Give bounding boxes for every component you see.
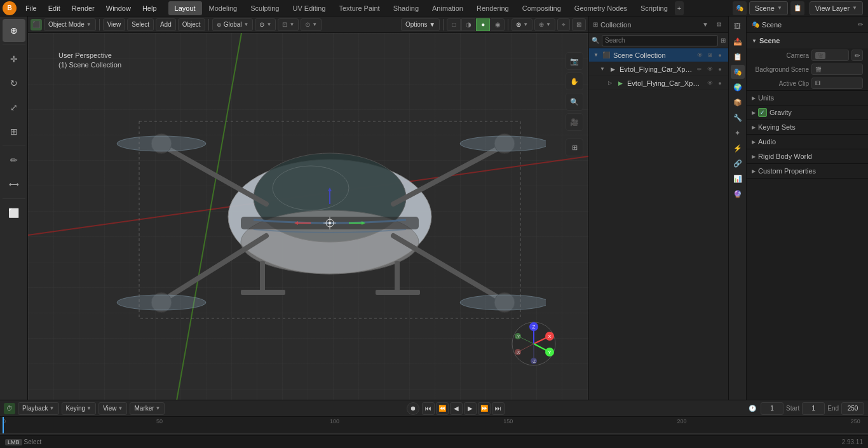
timeline-content[interactable]: 0 50 100 150 200 250 [0,417,868,435]
workspace-modeling[interactable]: Modeling [203,1,244,15]
tl-view-btn[interactable]: View ▼ [98,402,127,415]
units-section-header[interactable]: ▶ Units [747,91,868,105]
tool-add-cube[interactable]: ⬜ [3,201,25,224]
shading-material[interactable]: ● [476,18,490,31]
viewport-zoom-tool[interactable]: 🔍 [566,93,583,111]
outliner-scene-collection[interactable]: ▼ ⬛ Scene Collection 👁 🖥 ● [589,48,728,62]
props-object-icon[interactable]: 📦 [731,95,745,109]
tool-annotate[interactable]: ✏ [3,149,25,172]
outliner-item-1[interactable]: ▷ ▶ Evtol_Flying_Car_Xpeng_. 👁 ● [589,76,728,90]
viewport-3d-area[interactable]: User Perspective (1) Scene Collection [28,33,588,400]
tl-marker-btn[interactable]: Marker ▼ [130,402,165,415]
viewport-snap[interactable]: ⌖ [557,18,570,31]
audio-header[interactable]: ▶ Audio [747,135,868,149]
tree-arrow-scene[interactable]: ▼ [593,52,599,58]
workspace-sculpting[interactable]: Sculpting [244,1,285,15]
workspace-layout[interactable]: Layout [168,1,202,15]
scene-selector[interactable]: Scene ▼ [749,1,788,15]
overlay-toggle[interactable]: ⊛ ▼ [512,18,532,31]
shading-solid[interactable]: ◑ [461,18,475,31]
jump-end-btn[interactable]: ⏭ [492,402,505,415]
outliner-edit-icon-0[interactable]: ✏ [695,65,704,74]
props-material-icon[interactable]: 🔮 [731,187,745,201]
frame-end-input[interactable]: 250 [841,402,864,415]
active-clip-value[interactable]: 🎞 [811,78,863,89]
props-data-icon[interactable]: 📊 [731,172,745,186]
step-back-btn[interactable]: ⏪ [436,402,449,415]
outliner-eye-icon[interactable]: 👁 [695,51,704,60]
scene-icon-btn[interactable]: 🎭 [733,1,747,15]
gravity-checkbox[interactable]: ✓ [758,108,767,117]
menu-file[interactable]: File [20,1,42,15]
timeline-type-icon[interactable]: ⏱ [4,403,15,414]
props-scene-icon[interactable]: 🎭 [731,65,745,79]
navigation-gizmo[interactable]: X Y Z -X [510,320,558,368]
proportional-edit[interactable]: ⊙ ▼ [301,18,322,31]
tree-arrow-1[interactable]: ▷ [607,80,613,86]
viewport-camera-icon[interactable]: 📷 [566,52,583,70]
camera-value[interactable]: 🎥 [811,50,849,61]
workspace-geometry-nodes[interactable]: Geometry Nodes [568,1,634,15]
viewport-grid-icon[interactable]: ⊞ [566,139,583,156]
outliner-search-input[interactable] [602,35,718,46]
background-scene-value[interactable]: 🎬 [811,64,863,75]
viewlayer-selector[interactable]: View Layer ▼ [810,1,863,15]
keying-sets-header[interactable]: ▶ Keying Sets [747,120,868,134]
outliner-settings-btn[interactable]: ⚙ [713,19,724,31]
record-btn[interactable]: ⏺ [407,402,419,415]
outliner-item-0[interactable]: ▼ ▶ Evtol_Flying_Car_Xpeng_X2. ✏ 👁 ● [589,62,728,76]
menu-edit[interactable]: Edit [43,1,65,15]
viewport-hand-tool[interactable]: ✋ [566,72,583,90]
workspace-uv-editing[interactable]: UV Editing [286,1,332,15]
viewport-type-icon[interactable]: ⬛ [31,19,42,31]
props-viewlayer-icon[interactable]: 📋 [731,50,745,64]
menu-window[interactable]: Window [101,1,136,15]
tool-rotate[interactable]: ↻ [3,72,25,95]
add-menu[interactable]: Add [156,18,176,31]
workspace-scripting[interactable]: Scripting [634,1,674,15]
outliner-filter-btn[interactable]: ▼ [700,19,711,31]
jump-start-btn[interactable]: ⏮ [422,402,435,415]
object-menu[interactable]: Object [178,18,205,31]
workspace-texture-paint[interactable]: Texture Paint [332,1,386,15]
shading-render[interactable]: ◉ [491,18,505,31]
workspace-add[interactable]: + [675,1,684,15]
gizmo-toggle[interactable]: ⊕ ▼ [534,18,555,31]
tree-arrow-0[interactable]: ▼ [599,66,606,72]
props-render-icon[interactable]: 🖼 [731,19,745,33]
tool-move[interactable]: ✛ [3,48,25,71]
workspace-compositing[interactable]: Compositing [516,1,567,15]
tool-transform[interactable]: ⊞ [3,120,25,143]
props-output-icon[interactable]: 📤 [731,34,745,48]
tl-playback-btn[interactable]: Playback ▼ [18,402,59,415]
outliner-eye-icon-1[interactable]: 👁 [705,79,714,88]
custom-props-header[interactable]: ▶ Custom Properties [747,164,868,178]
menu-render[interactable]: Render [67,1,100,15]
select-menu[interactable]: Select [127,18,154,31]
viewport-xray[interactable]: ⊠ [572,18,586,31]
props-pencil-btn[interactable]: ✏ [858,21,863,28]
blender-logo[interactable]: B [3,1,17,15]
props-world-icon[interactable]: 🌍 [731,80,745,94]
outliner-dot-0[interactable]: ● [715,65,724,74]
outliner-render-dot[interactable]: ● [715,51,724,60]
outliner-monitor-icon[interactable]: 🖥 [705,51,714,60]
props-modifiers-icon[interactable]: 🔧 [731,111,745,125]
outliner-eye-icon-0[interactable]: 👁 [705,65,714,74]
current-frame-input[interactable]: 1 [761,402,783,415]
viewport-render-icon[interactable]: 🎥 [566,113,583,131]
tl-keying-btn[interactable]: Keying ▼ [62,402,97,415]
props-constraints-icon[interactable]: 🔗 [731,156,745,170]
workspace-shading[interactable]: Shading [387,1,425,15]
rigid-body-header[interactable]: ▶ Rigid Body World [747,149,868,163]
props-particles-icon[interactable]: ✦ [731,126,745,140]
workspace-rendering[interactable]: Rendering [470,1,515,15]
frame-start-input[interactable]: 1 [802,402,825,415]
outliner-filter-icon[interactable]: ⊞ [721,37,726,44]
view-menu[interactable]: View [103,18,126,31]
outliner-dot-1[interactable]: ● [715,79,724,88]
view-layer-icon-btn[interactable]: 📋 [790,1,804,15]
menu-help[interactable]: Help [137,1,162,15]
play-forward-btn[interactable]: ▶ [464,402,477,415]
step-forward-btn[interactable]: ⏩ [478,402,491,415]
